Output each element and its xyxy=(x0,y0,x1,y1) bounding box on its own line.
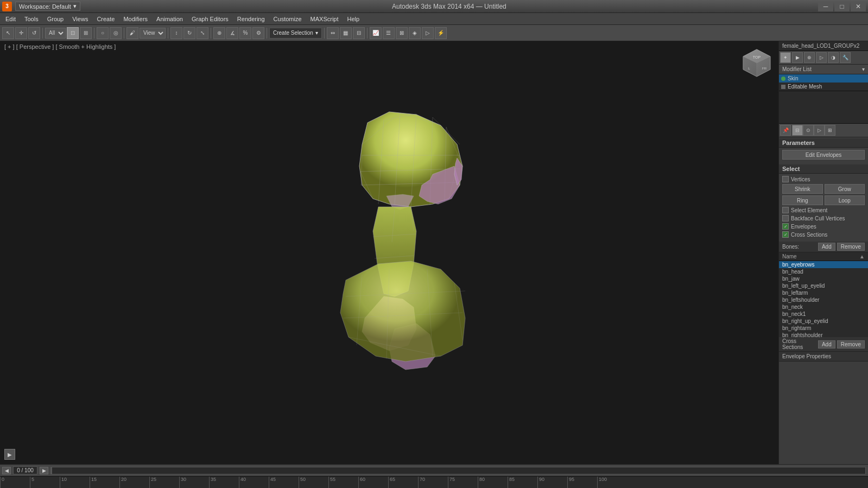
restore-button[interactable]: □ xyxy=(834,2,850,11)
loop-button[interactable]: Loop xyxy=(825,195,865,205)
toolbar-separator-8 xyxy=(367,28,368,39)
bone-item-jaw[interactable]: bn_jaw xyxy=(779,275,868,282)
select-tool[interactable]: ↖ xyxy=(2,27,14,39)
move-button[interactable]: ↕ xyxy=(170,27,182,39)
layer-manager[interactable]: ☰ xyxy=(383,27,395,39)
modify-button[interactable]: ⊟ xyxy=(792,125,803,136)
modifier-skin[interactable]: Skin xyxy=(779,74,868,83)
window-crossing[interactable]: ⊞ xyxy=(80,27,92,39)
menu-edit[interactable]: Edit xyxy=(1,15,20,23)
bone-item-rightarm[interactable]: bn_rightarm xyxy=(779,325,868,332)
pin-button[interactable]: 📌 xyxy=(780,125,791,136)
percent-snap[interactable]: % xyxy=(239,27,251,39)
menu-customize[interactable]: Customize xyxy=(269,15,306,23)
bone-item-leftshoulder[interactable]: bn_leftshoulder xyxy=(779,296,868,303)
cross-sections-checkbox[interactable]: ✓ xyxy=(782,231,789,238)
bone-item-rightshoulder[interactable]: bn_rightshoulder xyxy=(779,332,868,337)
display-panel-icon[interactable]: ◑ xyxy=(828,52,839,63)
cs-add-button[interactable]: Add xyxy=(818,340,835,348)
app-title: Autodesk 3ds Max 2014 x64 — Untitled xyxy=(392,3,506,10)
bones-add-button[interactable]: Add xyxy=(818,243,835,251)
menu-help[interactable]: Help xyxy=(343,15,364,23)
move-tool[interactable]: ✛ xyxy=(15,27,27,39)
view-select[interactable]: View xyxy=(140,28,166,39)
cs-remove-button[interactable]: Remove xyxy=(837,340,865,348)
align-tool[interactable]: ⊟ xyxy=(353,27,365,39)
bones-remove-button[interactable]: Remove xyxy=(837,243,865,251)
filter-select[interactable]: All xyxy=(45,28,66,39)
bone-item-neck1[interactable]: bn_neck1 xyxy=(779,310,868,318)
mirror-tool[interactable]: ⇔ xyxy=(327,27,339,39)
toolbar-separator-1 xyxy=(42,28,43,39)
create-selection-box[interactable]: Create Selection ▾ xyxy=(269,28,322,39)
lasso-select[interactable]: ◎ xyxy=(110,27,122,39)
menu-views[interactable]: Views xyxy=(68,15,92,23)
expand-button[interactable]: ⊞ xyxy=(825,125,835,136)
curve-editor[interactable]: 📈 xyxy=(370,27,382,39)
right-panel: female_head_LOD1_GROUPx2 ✦ ▶ ⊕ ▷ ◑ 🔧 Mod… xyxy=(778,41,868,464)
trackbar-ruler[interactable]: 0 5 10 15 20 25 30 35 40 45 50 55 60 65 … xyxy=(0,477,868,489)
nav-cube[interactable]: TOP L FR xyxy=(740,47,773,79)
utilities-panel-icon[interactable]: 🔧 xyxy=(840,52,851,63)
modify-panel-icon[interactable]: ▶ xyxy=(792,52,803,63)
close-button[interactable]: ✕ xyxy=(851,2,866,11)
frame-display[interactable]: 0 / 100 xyxy=(13,466,37,474)
menu-graph-editors[interactable]: Graph Editors xyxy=(187,15,233,23)
bone-item-neck[interactable]: bn_neck xyxy=(779,303,868,310)
viewport[interactable]: [ + ] [ Perspective ] [ Smooth + Highlig… xyxy=(0,41,778,464)
menu-tools[interactable]: Tools xyxy=(20,15,43,23)
menu-rendering[interactable]: Rendering xyxy=(233,15,269,23)
paint-select[interactable]: 🖌 xyxy=(126,27,138,39)
workspace-dropdown[interactable]: Workspace: Default ▾ xyxy=(15,2,80,11)
select-element-checkbox[interactable] xyxy=(782,207,789,213)
snap-toggle[interactable]: ⊕ xyxy=(213,27,225,39)
angle-snap[interactable]: ∡ xyxy=(226,27,238,39)
envelopes-row: ✓ Envelopes xyxy=(782,223,865,230)
array-tool[interactable]: ▦ xyxy=(340,27,352,39)
anim-button[interactable]: ⊙ xyxy=(803,125,814,136)
name-column: Name xyxy=(782,253,797,259)
minimize-button[interactable]: ─ xyxy=(818,2,833,11)
menu-bar: Edit Tools Group Views Create Modifiers … xyxy=(0,13,868,25)
menu-maxscript[interactable]: MAXScript xyxy=(306,15,343,23)
material-editor[interactable]: ◈ xyxy=(409,27,421,39)
grow-button[interactable]: Grow xyxy=(825,184,865,194)
tick-95: 95 xyxy=(567,477,574,489)
rotate-button[interactable]: ↻ xyxy=(183,27,195,39)
motion-panel-icon[interactable]: ▷ xyxy=(816,52,827,63)
timeline-right-btn[interactable]: ▶ xyxy=(40,467,48,474)
rotate-tool[interactable]: ↺ xyxy=(28,27,40,39)
select-button[interactable]: ⊡ xyxy=(67,27,79,39)
quick-render[interactable]: ⚡ xyxy=(435,27,447,39)
menu-create[interactable]: Create xyxy=(92,15,119,23)
bone-item-eyebrows[interactable]: bn_eyebrows xyxy=(779,261,868,268)
create-panel-icon[interactable]: ✦ xyxy=(780,52,791,63)
edit-envelopes-button[interactable]: Edit Envelopes xyxy=(782,150,865,160)
tick-85: 85 xyxy=(508,477,515,489)
render-scene[interactable]: ▷ xyxy=(422,27,434,39)
menu-modifiers[interactable]: Modifiers xyxy=(119,15,152,23)
shrink-button[interactable]: Shrink xyxy=(782,184,823,194)
menu-group[interactable]: Group xyxy=(43,15,68,23)
timeline-left-btn[interactable]: ◀ xyxy=(2,467,11,474)
polygon-select[interactable]: ○ xyxy=(97,27,109,39)
sort-arrow[interactable]: ▲ xyxy=(859,253,865,259)
hierarchy-panel-icon[interactable]: ⊕ xyxy=(804,52,815,63)
backface-cull-checkbox[interactable] xyxy=(782,215,789,221)
envelopes-checkbox[interactable]: ✓ xyxy=(782,223,789,230)
spinner-snap[interactable]: ⚙ xyxy=(252,27,264,39)
bone-item-right-up-eyelid[interactable]: bn_right_up_eyelid xyxy=(779,318,868,325)
play-button[interactable]: ▶ xyxy=(4,449,15,460)
ribbon[interactable]: ⊠ xyxy=(396,27,408,39)
timeline-bar[interactable] xyxy=(50,467,866,474)
modifier-editable-mesh[interactable]: Editable Mesh xyxy=(779,83,868,91)
bone-item-leftarm[interactable]: bn_leftarm xyxy=(779,289,868,296)
vertices-checkbox[interactable] xyxy=(782,176,789,182)
bone-item-left-up-eyelid[interactable]: bn_left_up_eyelid xyxy=(779,282,868,289)
scale-button[interactable]: ⤡ xyxy=(197,27,208,39)
ring-button[interactable]: Ring xyxy=(782,195,823,205)
filter-button[interactable]: ▷ xyxy=(814,125,825,136)
backface-cull-label: Backface Cull Vertices xyxy=(791,216,845,221)
bone-item-head[interactable]: bn_head xyxy=(779,268,868,275)
menu-animation[interactable]: Animation xyxy=(152,15,187,23)
